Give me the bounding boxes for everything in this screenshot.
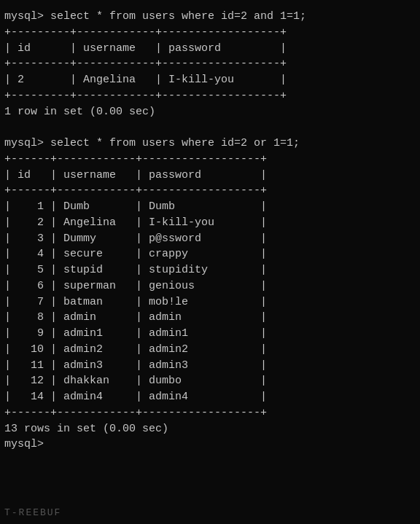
query2-header: | id | username | password | xyxy=(4,168,416,184)
final-prompt: mysql> xyxy=(4,437,416,453)
query1-divider3: +---------+------------+----------------… xyxy=(4,88,416,104)
query2-row-10: | 10 | admin2 | admin2 | xyxy=(4,342,416,358)
query2-row-2: | 2 | Angelina | I-kill-you | xyxy=(4,215,416,231)
query2-divider1: +------+------------+------------------+ xyxy=(4,152,416,168)
query2-row-4: | 4 | secure | crappy | xyxy=(4,246,416,262)
query2-row-7: | 7 | batman | mob!le | xyxy=(4,294,416,310)
watermark: T-REEBUF xyxy=(0,507,420,518)
query2-row-5: | 5 | stupid | stupidity | xyxy=(4,262,416,278)
query2-summary: 13 rows in set (0.00 sec) xyxy=(4,421,416,437)
query2-row-8: | 8 | admin | admin | xyxy=(4,310,416,326)
blank-line-1 xyxy=(4,120,416,136)
query2-row-9: | 9 | admin1 | admin1 | xyxy=(4,326,416,342)
query2-row-13: | 14 | admin4 | admin4 | xyxy=(4,389,416,405)
query1-prompt: mysql> select * from users where id=2 an… xyxy=(4,9,416,25)
query1-divider1: +---------+------------+----------------… xyxy=(4,25,416,41)
query2-row-3: | 3 | Dummy | p@ssword | xyxy=(4,231,416,247)
query2-row-11: | 11 | admin3 | admin3 | xyxy=(4,358,416,374)
query1-divider2: +---------+------------+----------------… xyxy=(4,56,416,72)
query2-prompt: mysql> select * from users where id=2 or… xyxy=(4,136,416,152)
query1-row-1: | 2 | Angelina | I-kill-you | xyxy=(4,72,416,88)
query2-row-6: | 6 | superman | genious | xyxy=(4,278,416,294)
query2-row-1: | 1 | Dumb | Dumb | xyxy=(4,199,416,215)
query2-divider2: +------+------------+------------------+ xyxy=(4,183,416,199)
query1-header: | id | username | password | xyxy=(4,41,416,57)
query2-divider3: +------+------------+------------------+ xyxy=(4,405,416,421)
query2-row-12: | 12 | dhakkan | dumbo | xyxy=(4,373,416,389)
terminal-window: mysql> select * from users where id=2 an… xyxy=(3,6,417,524)
query1-summary: 1 row in set (0.00 sec) xyxy=(4,104,416,120)
